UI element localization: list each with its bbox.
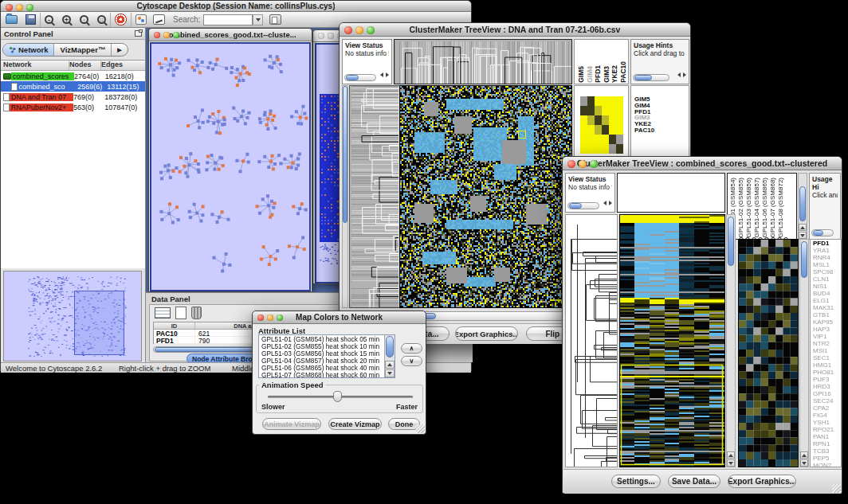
tv1-row-dendrogram[interactable] — [349, 85, 399, 308]
tv2-gene-label: YRA1 — [813, 247, 841, 254]
tv2-heatmap-vscrollbar[interactable] — [726, 214, 736, 467]
tv2-zoom-vscrollbar[interactable] — [799, 239, 809, 467]
tv1-vscrollbar[interactable] — [342, 85, 348, 308]
zoom-window-icon[interactable] — [590, 160, 598, 168]
tv2-gene-label: SPC98 — [813, 268, 841, 275]
attribute-list-scrollbar[interactable] — [384, 335, 395, 377]
tv2-settings-button[interactable]: Settings... — [611, 475, 661, 488]
move-up-button[interactable]: ∧ — [401, 343, 422, 354]
network-overview[interactable] — [3, 271, 142, 361]
col-nodes[interactable]: Nodes — [69, 61, 101, 70]
tv1-heatmap[interactable] — [399, 85, 572, 308]
zoom-fit-icon[interactable]: ∷ — [97, 15, 106, 24]
tv2-gene-label: YSH1 — [813, 419, 841, 426]
network-edges-count: 183728(0) — [104, 93, 145, 101]
tab-overflow[interactable]: ▶ — [112, 44, 127, 56]
tv2-gene-label: RNR4 — [813, 254, 841, 261]
animate-vizmap-button[interactable]: Animate Vizmap — [262, 418, 321, 430]
tv1-correlation-matrix[interactable] — [580, 96, 623, 154]
dp-col-id[interactable]: ID — [154, 322, 195, 329]
tv2-gene-label: HMG1 — [813, 361, 841, 369]
network-list-row[interactable]: combined_sco2569(6)13112(15) — [1, 81, 145, 92]
zoom-selected-icon[interactable]: ▫ — [80, 15, 88, 24]
tv1-titlebar[interactable]: ClusterMaker TreeView : DNA and Tran 07-… — [340, 23, 690, 37]
network-view-window: combined_scores_good.txt--cluste... — [148, 28, 312, 292]
minimize-icon[interactable] — [355, 26, 363, 34]
folder-icon — [3, 73, 11, 80]
tv2-zoom-heatmap[interactable] — [738, 239, 799, 467]
attribute-list[interactable]: GPL51-01 (GSM854) heat shock 05 minGPL51… — [258, 334, 395, 378]
zoom-in-icon[interactable]: + — [62, 15, 71, 24]
open-file-icon[interactable] — [6, 15, 18, 24]
float-panel-icon[interactable] — [135, 30, 142, 37]
minimize-icon[interactable] — [579, 160, 587, 168]
main-titlebar[interactable]: Cytoscape Desktop (Session Name: collins… — [1, 1, 471, 12]
resize-grip[interactable] — [416, 424, 425, 433]
speed-slider-thumb[interactable] — [333, 391, 342, 402]
tv2-heatmap[interactable] — [619, 214, 725, 467]
tv2-usage-scrollbar[interactable] — [811, 229, 834, 236]
main-window-title: Cytoscape Desktop (Session Name: collins… — [137, 2, 336, 10]
tv1-usage-scrollbar[interactable] — [633, 74, 669, 81]
tv2-save-data-button[interactable]: Save Data... — [668, 475, 720, 488]
minimize-icon[interactable] — [163, 32, 170, 38]
tv2-gene-label: SEC24 — [813, 397, 841, 404]
network-list-row[interactable]: combined_scores2764(0)16218(0) — [1, 71, 145, 81]
tab-vizmapper[interactable]: VizMapper™ — [54, 44, 112, 56]
tab-network[interactable]: Network — [3, 44, 54, 56]
minimize-icon[interactable] — [16, 4, 23, 11]
tv2-export-graphics-button[interactable]: Export Graphics... — [728, 475, 796, 488]
network-tab-icon — [9, 46, 16, 53]
col-network[interactable]: Network — [1, 61, 69, 70]
move-down-button[interactable]: ∨ — [401, 356, 422, 366]
tv1-export-graphics-button[interactable]: Export Graphics... — [455, 326, 518, 341]
network-list-row[interactable]: DNA and Tran 07769(0)183728(0) — [1, 92, 145, 102]
network-view-titlebar[interactable]: combined_scores_good.txt--cluste... — [149, 29, 312, 41]
search-input[interactable] — [203, 14, 253, 25]
tv1-column-dendrogram[interactable] — [394, 39, 572, 84]
doc-icon — [3, 104, 10, 111]
close-icon[interactable] — [257, 315, 264, 321]
save-icon[interactable] — [26, 14, 36, 25]
zoom-window-icon[interactable] — [277, 315, 283, 321]
vizmapper-edit-icon[interactable] — [153, 14, 165, 25]
network-list-row[interactable]: RNAPuberNov2+563(0)107847(0) — [1, 102, 145, 112]
tv2-titlebar[interactable]: ClusterMaker TreeView : combined_scores_… — [563, 157, 842, 170]
zoom-out-icon[interactable]: - — [45, 15, 53, 24]
zoom-window-icon[interactable] — [367, 26, 375, 34]
col-edges[interactable]: Edges — [101, 61, 143, 70]
done-button[interactable]: Done — [388, 418, 420, 430]
minimize-icon[interactable] — [267, 315, 273, 321]
slower-label: Slower — [261, 403, 285, 411]
tv2-labels-vscrollbar[interactable] — [798, 173, 807, 240]
attribute-list-item[interactable]: GPL51-07 (GSM868) heat shock 60 min — [261, 372, 395, 378]
close-icon[interactable] — [154, 32, 160, 38]
attribute-browser-icon[interactable] — [269, 14, 281, 25]
tv1-column-label: GIM3 — [603, 66, 610, 83]
tv2-row-dendrogram[interactable] — [565, 214, 618, 467]
annotation-icon[interactable] — [135, 14, 147, 25]
search-dropdown-icon[interactable] — [253, 14, 263, 25]
tv2-status-scrollbar[interactable] — [567, 202, 599, 209]
close-icon[interactable] — [567, 160, 575, 168]
dialog-titlebar[interactable]: Map Colors to Network — [253, 311, 426, 324]
window-controls[interactable] — [6, 4, 33, 11]
delete-attribute-icon[interactable] — [191, 307, 202, 319]
close-icon[interactable] — [344, 26, 352, 34]
network-name: DNA and Tran 07 — [10, 93, 73, 101]
new-attribute-icon[interactable] — [175, 307, 186, 319]
tv1-status-scrollbar[interactable] — [344, 74, 376, 81]
tv2-gene-list[interactable]: PFD1YRA1RNR4MSL1SPC98CLN1NIS1BUD4ELG1MAK… — [810, 239, 842, 467]
zoom-window-icon[interactable] — [26, 4, 33, 11]
tv2-gene-label: MSL1 — [813, 261, 841, 268]
control-panel-title: Control Panel — [4, 29, 53, 38]
create-vizmap-button[interactable]: Create Vizmap — [328, 418, 382, 430]
tv2-gene-label: PEP5 — [813, 455, 841, 462]
table-mode-icon[interactable] — [155, 307, 171, 318]
help-lifesaver-icon[interactable] — [115, 14, 127, 25]
close-icon[interactable] — [6, 4, 13, 11]
network-name: combined_sco — [18, 83, 78, 91]
network-canvas[interactable] — [151, 44, 309, 290]
resize-grip[interactable] — [832, 484, 841, 493]
zoom-window-icon[interactable] — [173, 32, 179, 38]
